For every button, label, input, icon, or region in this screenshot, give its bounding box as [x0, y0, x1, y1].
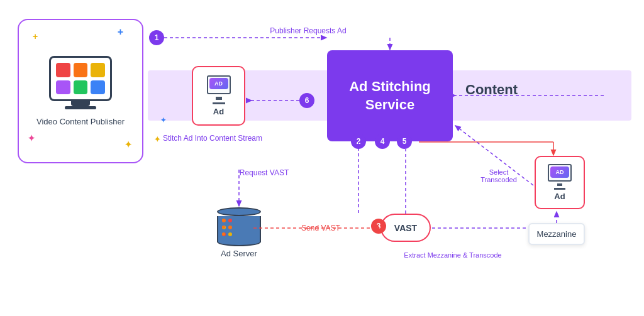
ad-badge-right: AD: [550, 166, 569, 178]
app-icon-1: [56, 63, 70, 77]
mezzanine-label: Mezzanine: [537, 229, 577, 239]
deco-outside-1: ✦: [154, 135, 160, 144]
arrow-label-select-transcoded: Select Transcoded: [470, 168, 527, 183]
stitching-service-box: Ad Stitching Service: [327, 50, 453, 141]
db-disk-top: [217, 207, 261, 216]
app-icon-2: [74, 63, 88, 77]
db-dot-6: [228, 232, 232, 236]
db-dot-1: [222, 219, 226, 222]
db-dot-3: [222, 226, 226, 229]
app-icon-3: [91, 63, 105, 77]
ad-screen: AD: [207, 75, 231, 94]
db-body-3: [217, 230, 261, 237]
db-dot-4: [228, 226, 232, 229]
publisher-monitor: [46, 56, 115, 109]
ad-label-right: Ad: [554, 192, 565, 201]
publisher-box: + + ✦ ✦ Video Content Publisher: [18, 19, 143, 163]
ad-base: [213, 102, 225, 104]
monitor-stand: [71, 101, 90, 106]
ad-screen-right: AD: [548, 164, 572, 182]
step-4-circle: 4: [375, 134, 390, 149]
ad-server-box: Ad Server: [208, 207, 270, 270]
deco-outside-2: ✦: [160, 116, 166, 124]
deco-plus1: +: [118, 26, 123, 38]
db-bottom: [217, 237, 261, 246]
step-6-circle: 6: [299, 93, 314, 108]
arrow-label-publisher-requests: Publisher Requests Ad: [245, 26, 371, 35]
arrow-label-extract: Extract Mezzanine & Transcode: [402, 251, 503, 259]
app-icon-4: [56, 80, 70, 95]
arrow-label-request-vast: Request VAST: [226, 168, 302, 177]
ad-base-right: [554, 188, 565, 190]
db-dot-2: [228, 219, 232, 222]
deco-star3: ✦: [125, 139, 132, 150]
ad-stand-right: [557, 183, 562, 186]
step-1-circle: 1: [149, 30, 164, 45]
diagram-container: + + ✦ ✦ Video Content Publisher 1 Ad Sti…: [0, 0, 644, 316]
step-5-circle: 5: [397, 134, 412, 149]
arrow-label-stitch: Stitch Ad Into Content Stream: [156, 134, 269, 143]
mezzanine-box: Mezzanine: [528, 223, 585, 245]
ad-stand: [216, 97, 222, 100]
ad-icon-wrapper: AD: [207, 75, 231, 94]
stitching-label: Ad Stitching Service: [327, 78, 453, 114]
ad-box-right: AD Ad: [535, 156, 585, 209]
step-2-circle: 2: [351, 134, 366, 149]
db-dot-5: [222, 232, 226, 236]
vast-box: VAST: [380, 214, 431, 242]
monitor-base: [65, 106, 96, 109]
deco-star2: ✦: [28, 133, 35, 143]
deco-star1: +: [33, 31, 38, 41]
app-icon-6: [91, 80, 105, 95]
ad-box-left: AD Ad: [192, 66, 245, 126]
ad-badge-left: AD: [209, 78, 228, 89]
arrow-label-send-vast: Send VAST: [289, 224, 352, 232]
publisher-label: Video Content Publisher: [36, 117, 125, 126]
ad-server-label: Ad Server: [221, 249, 257, 258]
ad-label-left: Ad: [213, 107, 224, 116]
content-label: Content: [465, 82, 518, 98]
step-3-circle: 3: [371, 219, 386, 234]
db-cylinder: [217, 207, 261, 246]
monitor-screen: [49, 56, 112, 101]
vast-label: VAST: [394, 223, 417, 233]
app-icon-5: [74, 80, 88, 95]
